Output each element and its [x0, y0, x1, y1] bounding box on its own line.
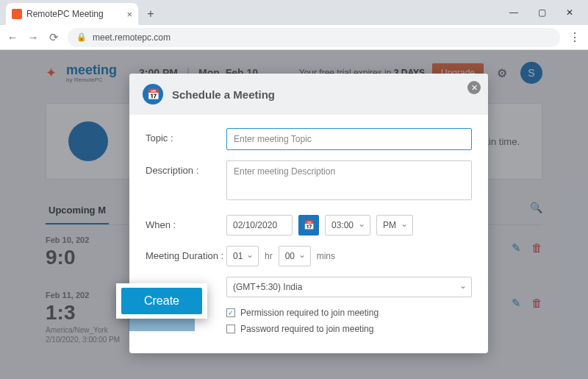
close-icon[interactable]: ✕: [467, 81, 481, 94]
url-text: meet.remotepc.com: [93, 32, 171, 43]
checkbox-icon[interactable]: [226, 325, 235, 333]
duration-min-select[interactable]: 00: [279, 246, 311, 266]
permission-label: Permission required to join meeting: [240, 308, 379, 318]
create-callout: Create: [116, 283, 207, 319]
modal-title: Schedule a Meeting: [172, 88, 275, 101]
lock-icon: 🔒: [76, 32, 87, 42]
description-input[interactable]: Enter meeting Description: [226, 160, 472, 200]
address-bar: ← → ⟳ 🔒 meet.remotepc.com ⋮: [0, 25, 588, 50]
tab-title: RemotePC Meeting: [26, 9, 104, 19]
minimize-button[interactable]: —: [500, 4, 528, 21]
description-label: Description :: [146, 160, 226, 176]
close-icon[interactable]: ×: [126, 9, 132, 20]
url-input[interactable]: 🔒 meet.remotepc.com: [68, 28, 560, 47]
topic-input[interactable]: Enter meeting Topic: [226, 128, 472, 150]
calendar-icon: 📅: [143, 84, 163, 105]
when-label: When :: [146, 215, 226, 230]
new-tab-button[interactable]: +: [143, 6, 159, 22]
password-label: Password required to join meeting: [240, 324, 373, 334]
hour-select[interactable]: 03:00: [325, 215, 370, 235]
checkbox-icon[interactable]: ✓: [226, 308, 235, 317]
ampm-select[interactable]: PM: [376, 215, 413, 235]
modal-header: 📅 Schedule a Meeting ✕: [129, 74, 488, 115]
browser-menu-icon[interactable]: ⋮: [567, 30, 582, 44]
timezone-select[interactable]: (GMT+5:30) India: [226, 277, 472, 297]
back-icon[interactable]: ←: [6, 31, 19, 43]
window-controls: — ▢ ✕: [500, 4, 584, 21]
calendar-picker-icon[interactable]: 📅: [298, 215, 319, 235]
browser-tab-strip: RemotePC Meeting × + — ▢ ✕: [0, 0, 588, 25]
duration-hr-select[interactable]: 01: [226, 246, 259, 266]
highlight-overlay: [129, 316, 195, 331]
date-input[interactable]: 02/10/2020: [226, 215, 293, 235]
duration-label: Meeting Duration :: [146, 246, 226, 261]
forward-icon[interactable]: →: [26, 31, 40, 43]
topic-label: Topic :: [146, 128, 226, 144]
close-window-button[interactable]: ✕: [556, 4, 584, 21]
permission-checkbox-row[interactable]: ✓ Permission required to join meeting: [226, 308, 472, 318]
mins-label: mins: [317, 251, 335, 261]
hr-label: hr: [265, 251, 273, 261]
create-button[interactable]: Create: [121, 288, 202, 314]
maximize-button[interactable]: ▢: [528, 4, 556, 21]
password-checkbox-row[interactable]: Password required to join meeting: [226, 324, 472, 334]
tab-favicon: [12, 9, 22, 19]
browser-tab[interactable]: RemotePC Meeting ×: [6, 3, 138, 25]
reload-icon[interactable]: ⟳: [47, 31, 60, 44]
